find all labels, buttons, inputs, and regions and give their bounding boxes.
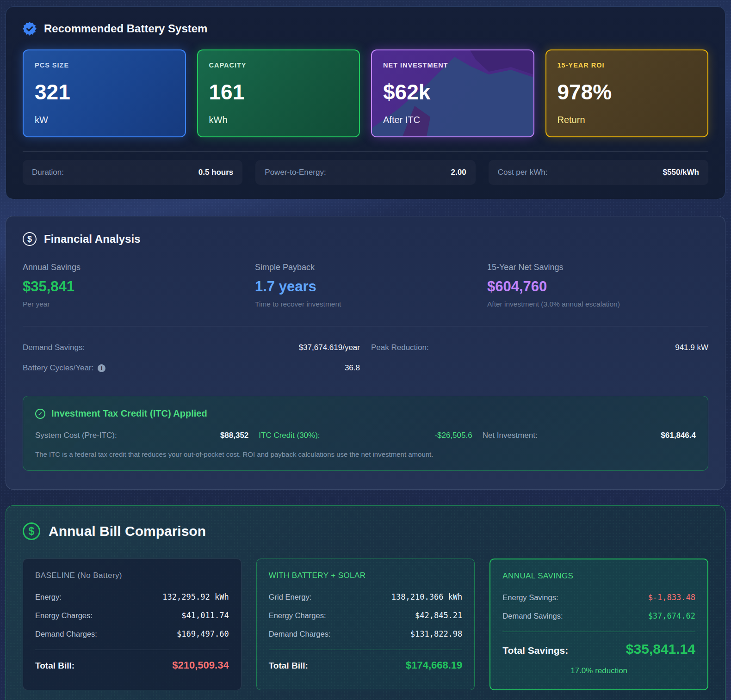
- battery-demand-charges-row: Demand Charges: $131,822.98: [269, 629, 463, 639]
- energy-savings-value: $-1,833.48: [648, 593, 695, 602]
- system-cost-pair: System Cost (Pre-ITC): $88,352: [35, 431, 248, 440]
- divider: [23, 151, 708, 152]
- check-circle-icon: ✓: [35, 409, 45, 419]
- stat-tiles: PCS SIZE 321 kW CAPACITY 161 kWh NET INV…: [23, 49, 708, 137]
- annual-savings-stat: Annual Savings $35,841 Per year: [23, 263, 244, 308]
- roi-tile: 15-YEAR ROI 978% Return: [545, 49, 709, 137]
- info-icon[interactable]: i: [98, 364, 105, 372]
- annual-savings-value: $35,841: [23, 278, 244, 295]
- divider: [35, 650, 229, 650]
- annual-savings-card: ANNUAL SAVINGS Energy Savings: $-1,833.4…: [489, 559, 708, 690]
- duration-value: 0.5 hours: [198, 168, 234, 177]
- system-cost-label: System Cost (Pre-ITC):: [35, 431, 117, 440]
- itc-credit-label: ITC Credit (30%):: [259, 431, 320, 440]
- itc-net-investment-label: Net Investment:: [483, 431, 538, 440]
- divider: [23, 326, 708, 326]
- pcs-size-label: PCS SIZE: [35, 61, 174, 69]
- itc-net-investment-value: $61,846.4: [661, 431, 696, 440]
- baseline-demand-charges-row: Demand Charges: $169,497.60: [35, 629, 229, 639]
- cost-per-kwh-value: $550/kWh: [663, 168, 699, 177]
- itc-values-row: System Cost (Pre-ITC): $88,352 ITC Credi…: [35, 431, 696, 440]
- demand-savings-label: Demand Savings:: [23, 343, 85, 352]
- total-savings-label: Total Savings:: [502, 645, 568, 656]
- cost-per-kwh-label: Cost per kWh:: [498, 168, 548, 177]
- with-battery-title: WITH BATTERY + SOLAR: [269, 571, 463, 580]
- battery-grid-energy-label: Grid Energy:: [269, 593, 312, 602]
- spec-row: Duration: 0.5 hours Power-to-Energy: 2.0…: [23, 160, 708, 185]
- divider: [502, 632, 695, 632]
- financial-analysis-card: $ Financial Analysis Annual Savings $35,…: [6, 216, 725, 490]
- capacity-label: CAPACITY: [209, 61, 348, 69]
- baseline-card: BASELINE (No Battery) Energy: 132,295.92…: [23, 559, 242, 690]
- financial-title: Financial Analysis: [44, 233, 141, 246]
- battery-cycles-row: Battery Cycles/Year: i 36.8: [23, 358, 360, 378]
- battery-demand-charges-value: $131,822.98: [410, 629, 463, 639]
- itc-box: ✓ Investment Tax Credit (ITC) Applied Sy…: [23, 396, 708, 471]
- baseline-demand-charges-value: $169,497.60: [177, 629, 229, 639]
- battery-total-row: Total Bill: $174,668.19: [269, 659, 463, 671]
- annual-savings-title: ANNUAL SAVINGS: [502, 571, 695, 581]
- power-to-energy-label: Power-to-Energy:: [265, 168, 326, 177]
- annual-bill-comparison-card: $ Annual Bill Comparison BASELINE (No Ba…: [6, 505, 725, 700]
- battery-demand-charges-label: Demand Charges:: [269, 630, 331, 639]
- capacity-tile: CAPACITY 161 kWh: [197, 49, 360, 137]
- pcs-size-unit: kW: [35, 115, 174, 125]
- simple-payback-stat: Simple Payback 1.7 years Time to recover…: [255, 263, 476, 308]
- with-battery-card: WITH BATTERY + SOLAR Grid Energy: 138,21…: [256, 559, 475, 690]
- peak-reduction-value: 941.9 kW: [675, 343, 708, 352]
- peak-reduction-row: Peak Reduction: 941.9 kW: [371, 338, 708, 358]
- recommended-title-row: Recommended Battery System: [23, 22, 708, 36]
- divider: [269, 650, 463, 650]
- bill-grid: BASELINE (No Battery) Energy: 132,295.92…: [23, 559, 708, 690]
- recommended-battery-card: Recommended Battery System PCS SIZE 321 …: [6, 6, 725, 199]
- dollar-circle-icon: $: [23, 232, 37, 246]
- battery-cycles-label-text: Battery Cycles/Year:: [23, 363, 93, 373]
- demand-savings-row: Demand Savings: $37,674.619/year: [23, 338, 360, 358]
- demand-savings-label: Demand Savings:: [502, 612, 563, 620]
- verified-badge-icon: [23, 22, 37, 36]
- itc-title: Investment Tax Credit (ITC) Applied: [51, 408, 207, 419]
- net-investment-value: $62k: [383, 81, 522, 103]
- empty-cell: [371, 358, 708, 378]
- roi-label: 15-YEAR ROI: [558, 61, 697, 69]
- cost-per-kwh-spec: Cost per kWh: $550/kWh: [489, 160, 708, 185]
- net-investment-label: NET INVESTMENT: [383, 61, 522, 69]
- itc-credit-value: -$26,505.6: [434, 431, 472, 440]
- duration-spec: Duration: 0.5 hours: [23, 160, 242, 185]
- dollar-circle-green-icon: $: [23, 522, 40, 540]
- net-savings-stat: 15-Year Net Savings $604,760 After inves…: [487, 263, 708, 308]
- net-investment-pair: Net Investment: $61,846.4: [483, 431, 696, 440]
- financial-stats: Annual Savings $35,841 Per year Simple P…: [23, 263, 708, 308]
- baseline-energy-value: 132,295.92 kWh: [162, 592, 229, 602]
- bill-title-row: $ Annual Bill Comparison: [23, 522, 708, 540]
- demand-savings-value: $37,674.62: [648, 611, 695, 620]
- net-savings-label: 15-Year Net Savings: [487, 263, 708, 272]
- baseline-energy-row: Energy: 132,295.92 kWh: [35, 592, 229, 602]
- bill-title: Annual Bill Comparison: [49, 523, 206, 539]
- baseline-total-label: Total Bill:: [35, 661, 74, 671]
- reduction-note: 17.0% reduction: [502, 666, 695, 675]
- net-investment-sub: After ITC: [383, 115, 522, 125]
- pcs-size-value: 321: [35, 81, 174, 103]
- simple-payback-value: 1.7 years: [255, 278, 476, 295]
- battery-energy-charges-label: Energy Charges:: [269, 611, 326, 620]
- power-to-energy-spec: Power-to-Energy: 2.00: [255, 160, 475, 185]
- baseline-energy-charges-row: Energy Charges: $41,011.74: [35, 611, 229, 620]
- simple-payback-sub: Time to recover investment: [255, 300, 476, 308]
- annual-savings-label: Annual Savings: [23, 263, 244, 272]
- demand-savings-row: Demand Savings: $37,674.62: [502, 611, 695, 620]
- annual-savings-sub: Per year: [23, 300, 244, 308]
- capacity-unit: kWh: [209, 115, 348, 125]
- pcs-size-tile: PCS SIZE 321 kW: [23, 49, 186, 137]
- simple-payback-label: Simple Payback: [255, 263, 476, 272]
- baseline-title: BASELINE (No Battery): [35, 571, 229, 580]
- battery-energy-charges-row: Energy Charges: $42,845.21: [269, 611, 463, 620]
- peak-reduction-label: Peak Reduction:: [371, 343, 429, 352]
- capacity-value: 161: [209, 81, 348, 103]
- battery-energy-charges-value: $42,845.21: [415, 611, 462, 620]
- power-to-energy-value: 2.00: [451, 168, 466, 177]
- page-title: Recommended Battery System: [44, 22, 207, 35]
- baseline-demand-charges-label: Demand Charges:: [35, 630, 97, 639]
- itc-title-row: ✓ Investment Tax Credit (ITC) Applied: [35, 408, 696, 419]
- financial-title-row: $ Financial Analysis: [23, 232, 708, 246]
